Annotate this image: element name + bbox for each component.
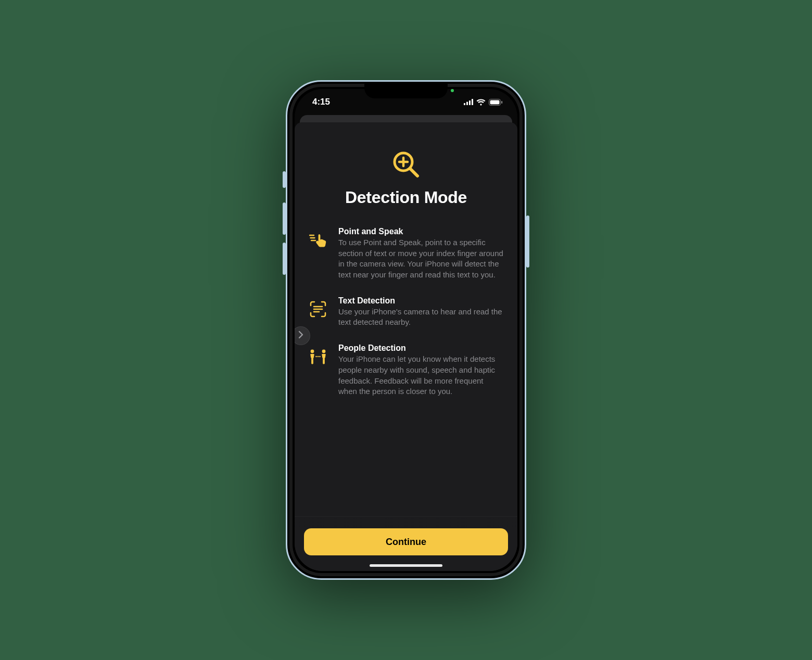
feature-desc: Your iPhone can let you know when it det… — [338, 354, 504, 397]
svg-point-19 — [315, 356, 317, 358]
svg-rect-5 — [490, 100, 500, 104]
onboarding-sheet: Detection Mode — [295, 122, 517, 571]
feature-title: People Detection — [338, 344, 504, 353]
cellular-icon — [464, 99, 473, 105]
svg-rect-2 — [469, 100, 471, 105]
feature-list: Point and Speak To use Point and Speak, … — [308, 227, 504, 397]
home-indicator[interactable] — [370, 564, 442, 567]
svg-rect-3 — [472, 99, 473, 105]
svg-rect-1 — [466, 102, 468, 106]
power-button — [526, 215, 529, 268]
svg-point-18 — [322, 350, 326, 353]
people-detection-icon — [308, 347, 328, 366]
camera-indicator-dot — [451, 89, 454, 92]
svg-rect-0 — [464, 103, 465, 105]
phone-mockup: 4:15 — [286, 80, 526, 580]
svg-point-20 — [318, 356, 319, 358]
status-bar: 4:15 — [295, 89, 517, 115]
magnifier-plus-icon — [390, 148, 422, 181]
svg-point-21 — [319, 356, 321, 358]
status-time: 4:15 — [312, 97, 330, 107]
feature-title: Point and Speak — [338, 227, 504, 236]
chevron-right-icon — [298, 331, 303, 341]
wifi-icon — [476, 99, 486, 106]
svg-point-17 — [311, 350, 314, 353]
sheet-footer: Continue — [295, 516, 517, 571]
feature-desc: To use Point and Speak, point to a speci… — [338, 237, 504, 281]
feature-desc: Use your iPhone's camera to hear and rea… — [338, 307, 504, 328]
feature-point-and-speak: Point and Speak To use Point and Speak, … — [308, 227, 504, 281]
feature-people-detection: People Detection Your iPhone can let you… — [308, 344, 504, 397]
continue-button[interactable]: Continue — [304, 528, 508, 555]
battery-icon — [489, 99, 503, 106]
svg-rect-6 — [501, 101, 502, 104]
feature-text-detection: Text Detection Use your iPhone's camera … — [308, 296, 504, 328]
page-title: Detection Mode — [345, 188, 467, 207]
feature-title: Text Detection — [338, 296, 504, 306]
screen: 4:15 — [295, 89, 517, 571]
point-speak-icon — [308, 230, 328, 250]
svg-line-8 — [410, 169, 417, 176]
text-detection-icon — [308, 299, 328, 319]
status-right — [464, 99, 503, 106]
